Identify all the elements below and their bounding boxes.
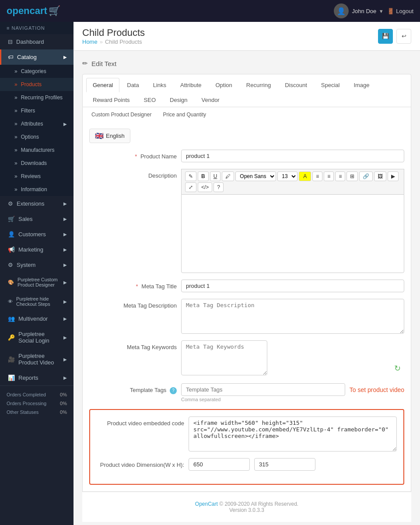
sidebar-item-label: Manufacturers — [21, 147, 55, 153]
toolbar-image-btn[interactable]: 🖼 — [374, 172, 386, 181]
toolbar-link-btn[interactable]: 🔗 — [359, 172, 373, 181]
tab-option[interactable]: Option — [209, 78, 239, 92]
sidebar-item-recurring-profiles[interactable]: » Recurring Profiles — [0, 91, 74, 104]
toolbar-ul-btn[interactable]: ≡ — [312, 172, 322, 181]
description-label: Description — [89, 169, 177, 179]
meta-tag-title-input[interactable] — [181, 280, 404, 292]
tab-reward-points-label: Reward Points — [93, 97, 130, 103]
sidebar-item-categories[interactable]: » Categories — [0, 65, 74, 78]
breadcrumb: Home » Child Products — [82, 38, 145, 45]
template-tags-help-icon[interactable]: ? — [170, 387, 177, 394]
video-height-input[interactable] — [254, 458, 315, 471]
save-button[interactable]: 💾 — [378, 29, 393, 44]
user-dropdown-icon[interactable]: ▾ — [380, 8, 383, 14]
customers-arrow-icon: ▶ — [63, 232, 67, 237]
customers-icon: 👤 — [8, 231, 15, 238]
sidebar-item-downloads[interactable]: » Downloads — [0, 157, 74, 170]
stat-value: 0% — [60, 410, 67, 415]
video-embed-input[interactable]: <iframe width="560" height="315" src="//… — [189, 416, 397, 452]
sidebar-item-purpletree-pv[interactable]: 🎥 Purpletree Product Video ▶ — [0, 348, 74, 370]
bullet-icon: » — [14, 134, 18, 140]
meta-tag-keywords-input[interactable] — [181, 340, 267, 375]
logo-cart-icon: 🛒 — [49, 5, 60, 17]
meta-tag-title-row: * Meta Tag Title — [89, 280, 404, 292]
form-section: 🇬🇧 English * Product Name Description ✎ — [82, 122, 411, 492]
sidebar-item-reviews[interactable]: » Reviews — [0, 170, 74, 183]
logout-button[interactable]: 🚪 Logout — [387, 8, 413, 14]
tab-paq-label: Price and Quantity — [163, 112, 206, 118]
set-product-video-link[interactable]: To set product video — [350, 386, 404, 393]
nav-right: 👤 John Doe ▾ 🚪 Logout — [334, 4, 413, 18]
toolbar-size-select[interactable]: 13 — [277, 172, 298, 181]
toolbar-align-btn[interactable]: ≡ — [335, 172, 345, 181]
sidebar-item-purpletree-cpd[interactable]: 🎨 Purpletree Custom Product Designer ▶ — [0, 273, 74, 292]
sidebar-item-information[interactable]: » Information — [0, 183, 74, 196]
multivendor-icon: 👥 — [8, 315, 15, 322]
toolbar-color-btn[interactable]: A — [299, 172, 311, 181]
sidebar-item-attributes[interactable]: » Attributes ▶ — [0, 117, 74, 130]
footer-copyright: OpenCart © 2009-2020 All Rights Reserved… — [91, 501, 402, 507]
tab-vendor[interactable]: Vendor — [195, 93, 226, 107]
sidebar-item-purpletree-hcs[interactable]: 👁 Purpletree hide Checkout Steps ▶ — [0, 292, 74, 311]
sidebar-item-dashboard[interactable]: ⊟ Dashboard — [0, 34, 74, 49]
tab-reward-points[interactable]: Reward Points — [86, 93, 136, 107]
tab-links[interactable]: Links — [147, 78, 173, 92]
sidebar-item-customers[interactable]: 👤 Customers ▶ — [0, 227, 74, 242]
sidebar-item-sales[interactable]: 🛒 Sales ▶ — [0, 211, 74, 227]
opencart-link[interactable]: OpenCart — [195, 501, 218, 507]
product-name-input[interactable] — [181, 150, 404, 162]
tab-option-label: Option — [216, 82, 232, 88]
sidebar-item-catalog[interactable]: 🏷 Catalog ▶ — [0, 49, 74, 65]
sidebar-item-manufacturers[interactable]: » Manufacturers — [0, 144, 74, 157]
template-tags-input[interactable] — [181, 383, 345, 396]
tab-data[interactable]: Data — [120, 78, 145, 92]
toolbar-font-select[interactable]: Open Sans — [235, 172, 276, 181]
back-button[interactable]: ↩ — [396, 29, 411, 44]
page-actions: 💾 ↩ — [378, 29, 411, 44]
toolbar-media-btn[interactable]: ▶ — [388, 172, 399, 181]
sidebar-item-filters[interactable]: » Filters — [0, 104, 74, 117]
toolbar-strike-btn[interactable]: 🖊 — [222, 172, 234, 181]
tab-special[interactable]: Special — [315, 78, 346, 92]
sidebar-item-options[interactable]: » Options — [0, 130, 74, 144]
tab-image[interactable]: Image — [347, 78, 376, 92]
page-title-area: Child Products Home » Child Products — [82, 27, 145, 45]
video-width-input[interactable] — [189, 458, 250, 471]
sales-icon: 🛒 — [8, 216, 15, 222]
sidebar-item-system[interactable]: ⚙ System ▶ — [0, 257, 74, 273]
sidebar-item-products[interactable]: » Products — [0, 78, 74, 91]
toolbar-code-btn[interactable]: </> — [198, 182, 212, 192]
toolbar-fullscreen-btn[interactable]: ⤢ — [185, 182, 196, 192]
purpletree-sl-arrow-icon: ▶ — [63, 335, 67, 340]
toolbar-source-btn[interactable]: ✎ — [185, 172, 196, 181]
tab-discount[interactable]: Discount — [278, 78, 314, 92]
toolbar-table-btn[interactable]: ⊞ — [346, 172, 358, 181]
bullet-icon: » — [14, 173, 18, 179]
tab-recurring[interactable]: Recurring — [240, 78, 277, 92]
sidebar-item-label: Purpletree hide Checkout Steps — [16, 296, 60, 307]
dimension-inputs — [189, 458, 315, 471]
breadcrumb-home[interactable]: Home — [82, 38, 98, 45]
sidebar-item-extensions[interactable]: ⚙ Extensions ▶ — [0, 196, 74, 211]
toolbar-ol-btn[interactable]: ≡ — [324, 172, 334, 181]
sidebar-item-reports[interactable]: 📊 Reports ▶ — [0, 370, 74, 385]
tab-design[interactable]: Design — [163, 93, 194, 107]
tab-price-and-quantity[interactable]: Price and Quantity — [158, 109, 211, 120]
toolbar-help-btn[interactable]: ? — [214, 182, 224, 192]
meta-tag-description-input[interactable] — [181, 299, 404, 334]
page-header: Child Products Home » Child Products 💾 ↩ — [74, 22, 420, 51]
tab-seo[interactable]: SEO — [137, 93, 162, 107]
refresh-icon[interactable]: ↻ — [394, 364, 401, 373]
tab-design-label: Design — [170, 97, 187, 103]
sidebar-item-multivendor[interactable]: 👥 Multivendor ▶ — [0, 311, 74, 326]
toolbar-underline-btn[interactable]: U — [210, 172, 221, 181]
sidebar-item-marketing[interactable]: 📢 Marketing ▶ — [0, 242, 74, 257]
toolbar-bold-btn[interactable]: B — [198, 172, 209, 181]
purpletree-hcs-arrow-icon: ▶ — [63, 299, 67, 304]
sidebar-item-purpletree-sl[interactable]: 🔑 Purpletree Social Login ▶ — [0, 326, 74, 348]
language-tab[interactable]: 🇬🇧 English — [89, 129, 130, 143]
tab-attribute[interactable]: Attribute — [174, 78, 208, 92]
tab-general[interactable]: General — [86, 78, 119, 92]
editor-area[interactable] — [181, 194, 404, 273]
tab-custom-product-designer[interactable]: Custom Product Designer — [86, 109, 157, 120]
